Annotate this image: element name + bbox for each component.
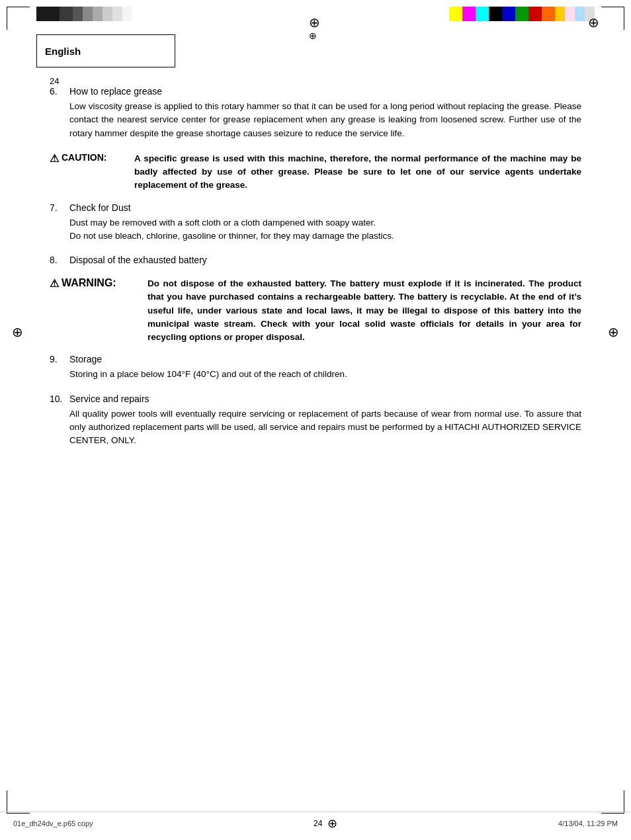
color-block xyxy=(476,7,489,21)
page-number-top: 24 xyxy=(50,76,59,86)
caution-label: ⚠ CAUTION: xyxy=(50,152,129,192)
footer: 01e_dh24dv_e.p65 copy 24 ⊕ 4/13/04, 11:2… xyxy=(0,812,631,835)
caution-text: A specific grease is used with this mach… xyxy=(134,152,581,192)
section-9-title: Storage xyxy=(69,354,102,364)
section-10: 10. Service and repairs All quality powe… xyxy=(50,394,581,448)
section-10-heading: 10. Service and repairs xyxy=(50,394,581,404)
section-6-number: 6. xyxy=(50,86,64,97)
color-block xyxy=(93,7,103,21)
section-9: 9. Storage Storing in a place below 104°… xyxy=(50,354,581,381)
section-8-number: 8. xyxy=(50,255,64,265)
corner-mark-br xyxy=(601,790,624,814)
section-9-body: Storing in a place below 104°F (40°C) an… xyxy=(69,368,581,381)
color-block xyxy=(83,7,93,21)
color-block xyxy=(112,7,122,21)
language-label: English xyxy=(45,46,81,57)
color-block xyxy=(528,7,542,21)
corner-mark-tr xyxy=(601,7,624,30)
color-bar-right xyxy=(449,7,595,21)
section-7-line2: Do not use bleach, chlorine, gasoline or… xyxy=(69,230,581,243)
footer-center: 24 ⊕ xyxy=(93,816,559,831)
section-6-title: How to replace grease xyxy=(69,86,162,97)
color-block xyxy=(122,7,132,21)
crosshair-mid-right: ⊕ xyxy=(608,324,619,340)
footer-page-number: 24 xyxy=(314,819,322,828)
color-block xyxy=(515,7,528,21)
corner-mark-bl xyxy=(7,790,30,814)
caution-label-text: CAUTION: xyxy=(62,152,106,163)
color-block xyxy=(60,7,73,21)
section-10-body: All quality power tools will eventually … xyxy=(69,407,581,448)
section-10-title: Service and repairs xyxy=(69,394,149,404)
crosshair-top-right: ⊕ xyxy=(588,15,599,30)
section-7-number: 7. xyxy=(50,202,64,213)
caution-triangle-icon: ⚠ xyxy=(50,152,59,165)
page-container: ⊕ ⊕ English ⊕ ⊕ 24 6. How to replace gre… xyxy=(0,0,631,840)
section-8-heading: 8. Disposal of the exhausted battery xyxy=(50,255,581,265)
color-block xyxy=(462,7,476,21)
warning-block: ⚠ WARNING: Do not dispose of the exhaust… xyxy=(50,277,581,344)
color-block xyxy=(103,7,112,21)
crosshair-mid-left: ⊕ xyxy=(12,324,23,340)
warning-label-text: WARNING: xyxy=(62,277,116,289)
section-10-number: 10. xyxy=(50,394,64,404)
color-block xyxy=(489,7,502,21)
corner-mark-tl xyxy=(7,7,30,30)
footer-left: 01e_dh24dv_e.p65 copy xyxy=(13,819,93,827)
color-block xyxy=(449,7,462,21)
section-7-body: Dust may be removed with a soft cloth or… xyxy=(69,216,581,243)
section-8-title: Disposal of the exhausted battery xyxy=(69,255,207,265)
section-8: 8. Disposal of the exhausted battery xyxy=(50,255,581,265)
section-6-heading: 6. How to replace grease xyxy=(50,86,581,97)
color-block xyxy=(73,7,83,21)
english-label-box: English xyxy=(36,34,175,67)
crosshair-icon: ⊕ xyxy=(309,30,317,41)
section-7-title: Check for Dust xyxy=(69,202,131,213)
section-9-number: 9. xyxy=(50,354,64,364)
main-content: 6. How to replace grease Low viscosity g… xyxy=(50,86,581,787)
warning-text: Do not dispose of the exhausted battery.… xyxy=(147,277,581,344)
section-9-heading: 9. Storage xyxy=(50,354,581,364)
warning-label: ⚠ WARNING: xyxy=(50,277,142,344)
color-block xyxy=(565,7,575,21)
color-block xyxy=(502,7,515,21)
caution-block: ⚠ CAUTION: A specific grease is used wit… xyxy=(50,152,581,192)
footer-crosshair-icon: ⊕ xyxy=(327,816,337,831)
color-block xyxy=(132,7,142,21)
section-7: 7. Check for Dust Dust may be removed wi… xyxy=(50,202,581,243)
section-6: 6. How to replace grease Low viscosity g… xyxy=(50,86,581,140)
color-bar-left xyxy=(36,7,169,21)
color-block xyxy=(575,7,585,21)
footer-right: 4/13/04, 11:29 PM xyxy=(558,819,618,827)
color-block xyxy=(555,7,565,21)
warning-triangle-icon: ⚠ xyxy=(50,277,59,290)
section-6-body: Low viscosity grease is applied to this … xyxy=(69,100,581,140)
crosshair-top-center: ⊕ xyxy=(309,15,322,28)
color-block xyxy=(36,7,60,21)
section-7-line1: Dust may be removed with a soft cloth or… xyxy=(69,216,581,230)
color-block xyxy=(542,7,555,21)
section-7-heading: 7. Check for Dust xyxy=(50,202,581,213)
